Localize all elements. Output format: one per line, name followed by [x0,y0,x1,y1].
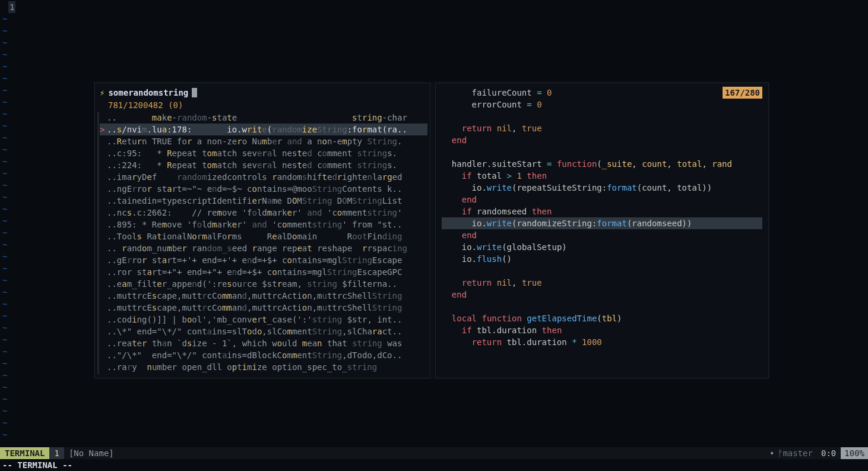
preview-content: failureCount = 0 errorCount = 0 return n… [442,87,762,348]
preview-line: end [442,229,762,241]
fzf-prompt[interactable]: ⚡ somerandomstring [99,87,427,99]
tilde: ~ [2,61,7,72]
mode-indicator: TERMINAL [0,447,49,459]
tilde: ~ [2,227,7,239]
fzf-query[interactable]: somerandomstring [108,87,188,99]
result-row[interactable]: ..\*" end="\*/" contains=slTodo,slCommen… [100,325,427,337]
cursor-pos: 0:0 [821,447,841,459]
git-branch: ᚠmaster [778,447,821,459]
result-row[interactable]: ..eam_filter_append(':resource $stream, … [100,278,427,290]
tilde: ~ [2,215,7,227]
result-row[interactable]: ..gError start=+'+ end=+'+ end=+$+ conta… [100,254,427,266]
fzf-preview-panel: 167/280 failureCount = 0 errorCount = 0 … [435,83,769,378]
result-row[interactable]: ..coding()]] | bool','mb_convert_case(':… [100,314,427,325]
fzf-results[interactable]: .. make-random-state string-char..s/nvim… [99,112,427,373]
tilde: ~ [2,84,7,96]
result-row[interactable]: ..muttrcEscape,muttrcCommand,muttrcActio… [100,290,427,302]
preview-line: handler.suiteStart = function(_suite, co… [442,158,762,170]
preview-line: return tbl.duration * 1000 [442,336,762,348]
tilde: ~ [2,263,7,274]
preview-line-count: 167/280 [723,87,762,99]
preview-line: io.flush() [442,253,762,265]
preview-line: if total > 1 then [442,170,762,182]
tilde: ~ [2,96,7,108]
preview-line: end [442,134,762,146]
tilde: ~ [2,144,7,156]
result-row[interactable]: .."/\*" end="\*/" contains=dBlockComment… [100,349,427,361]
tilde: ~ [2,405,7,417]
preview-line: errorCount = 0 [442,99,762,110]
result-row[interactable]: ..imaryDef randomizedcontrols randomshif… [100,171,427,183]
preview-line: failureCount = 0 [442,87,762,99]
result-row[interactable]: ..ncs.c:2662: // remove 'foldmarker' and… [100,207,427,219]
tilde: ~ [2,239,7,251]
result-row[interactable]: ..ror start=+"+ end=+"+ end=+$+ contains… [100,266,427,278]
preview-line: io.write(randomizeString:format(randomse… [442,217,762,229]
tilde: ~ [2,132,7,144]
result-row[interactable]: .. random_number random_seed range repea… [100,242,427,254]
result-row[interactable]: ..reater than `dsize - 1`, which would m… [100,337,427,349]
tilde: ~ [2,369,7,381]
tilde: ~ [2,251,7,263]
result-row[interactable]: ..Tools RationalNormalForms RealDomain R… [100,230,427,242]
preview-line: io.write(repeatSuiteString:format(count,… [442,182,762,194]
preview-line [442,110,762,122]
result-row[interactable]: ..895: * Remove 'foldmarker' and 'commen… [100,219,427,230]
scroll-percent: 100% [841,447,868,459]
status-line: TERMINAL 1 [No Name] • ᚠmaster 0:0 100% [0,447,868,459]
tilde: ~ [2,429,7,441]
tilde: ~ [2,25,7,37]
tilde: ~ [2,120,7,132]
tilde: ~ [2,381,7,393]
result-row[interactable]: ..Return TRUE for a non-zero Number and … [100,135,427,147]
fuzzy-finder[interactable]: ⚡ somerandomstring 781/1200482 (0) .. ma… [94,82,769,379]
cursor [192,88,197,97]
tilde: ~ [2,191,7,203]
editor-root: 1 ~~~~~~~~~~~~~~~~~~~~~~~~~~~~~~~~~~~~ ⚡… [0,0,868,471]
tilde: ~ [2,72,7,84]
preview-line: end [442,194,762,206]
preview-line [442,265,762,277]
tilde: ~ [2,49,7,61]
result-row[interactable]: ..:224: * Repeat to match several nested… [100,159,427,171]
bolt-icon: ⚡ [100,87,104,99]
tilde: ~ [2,310,7,322]
tilde: ~ [2,108,7,120]
preview-line: io.write(globalSetup) [442,241,762,253]
preview-line [442,146,762,158]
line-number-1: 1 [8,1,15,13]
tilde: ~ [2,286,7,298]
tilde: ~ [2,334,7,346]
tilde: ~ [2,298,7,310]
result-row[interactable]: ..s/nvim.lua:178: io.write(randomizeStri… [100,124,427,135]
preview-line: local function getElapsedTime(tbl) [442,312,762,324]
result-row[interactable]: ..ngError start=~"~ end=~$~ contains=@mo… [100,183,427,195]
fzf-left-panel: ⚡ somerandomstring 781/1200482 (0) .. ma… [94,83,430,378]
tilde: ~ [2,346,7,358]
preview-line: return nil, true [442,122,762,134]
result-row[interactable]: ..c:95: * Repeat to match several nested… [100,147,427,159]
preview-line: end [442,289,762,301]
tilde: ~ [2,393,7,405]
preview-line: return nil, true [442,277,762,289]
result-row[interactable]: ..tainedin=typescriptIdentifierName DOMS… [100,195,427,207]
fzf-count: 781/1200482 (0) [99,99,427,111]
result-row[interactable]: ..rary number open_dll optimize option_s… [100,361,427,373]
mode-echo: -- TERMINAL -- [0,459,868,471]
preview-line: if randomseed then [442,206,762,217]
fzf-scrollbar[interactable] [97,112,99,374]
buffer-name: [No Name] [64,447,119,459]
buffer-index: 1 [49,447,64,459]
tilde: ~ [2,13,7,25]
tilde: ~ [2,167,7,179]
tilde: ~ [2,37,7,49]
result-row[interactable]: ..muttrcEscape,muttrcCommand,muttrcActio… [100,302,427,314]
preview-line [442,301,762,312]
tilde: ~ [2,417,7,429]
branch-name: master [783,448,813,458]
tilde: ~ [2,179,7,191]
tilde: ~ [2,156,7,167]
dirty-dot-icon: • [769,447,778,459]
result-row[interactable]: .. make-random-state string-char [100,112,427,124]
tilde: ~ [2,203,7,215]
